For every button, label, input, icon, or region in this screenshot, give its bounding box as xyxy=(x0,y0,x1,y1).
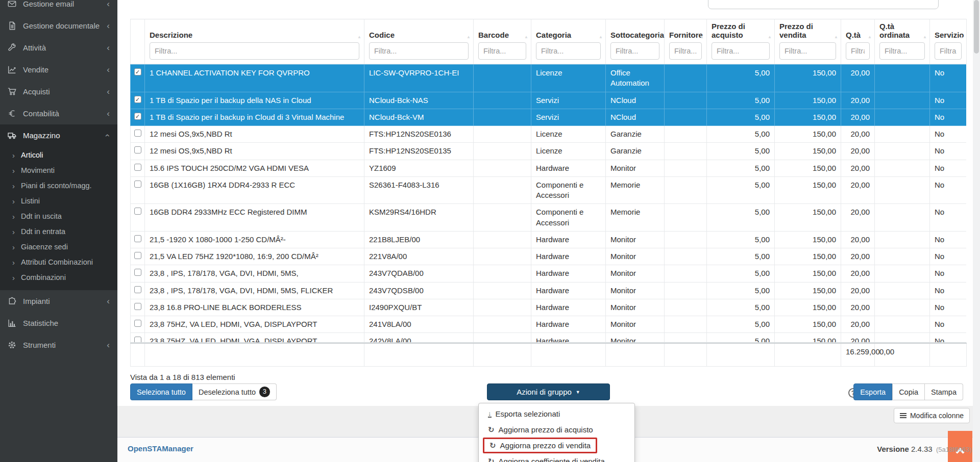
sidebar-item-attivita[interactable]: Attività‹ xyxy=(0,37,117,59)
sidebar-item-magazzino[interactable]: Magazzino‹ xyxy=(0,124,117,146)
column-header-q-t[interactable]: Q.tà▲ xyxy=(841,19,875,64)
filter-input-fornitore[interactable] xyxy=(669,42,702,60)
row-checkbox[interactable]: ✓ xyxy=(134,113,141,120)
table-row[interactable]: 21,5 VA LED 75HZ 1920*1080, 16:9, 200 CD… xyxy=(131,248,967,265)
sidebar-subitem-articoli[interactable]: ›Articoli xyxy=(0,147,117,163)
column-header-fornitore[interactable]: Fornitore▲ xyxy=(665,19,707,64)
copy-button[interactable]: Copia xyxy=(892,383,925,400)
row-checkbox[interactable]: ✓ xyxy=(134,68,141,75)
sidebar-subitem-giacenze-sedi[interactable]: ›Giacenze sedi xyxy=(0,239,117,254)
sidebar-item-impianti[interactable]: Impianti‹ xyxy=(0,290,117,312)
cell-descrizione: 23,8 , IPS, 178/178, VGA, DVI, HDMI, 5MS… xyxy=(145,265,364,282)
filter-input-servizio[interactable] xyxy=(935,42,962,60)
sort-icon: ▲ xyxy=(960,35,964,39)
cell-categoria: Licenze xyxy=(531,143,606,160)
table-row[interactable]: 12 mesi OS,9x5,NBD RtFTS:HP12NS20SE0135L… xyxy=(131,143,967,160)
filter-input-q-t-ordinata[interactable] xyxy=(879,42,925,60)
sidebar-item-strumenti[interactable]: Strumenti‹ xyxy=(0,334,117,356)
euro-icon xyxy=(8,109,16,118)
row-checkbox[interactable] xyxy=(134,252,141,259)
column-header-sottocategoria[interactable]: Sottocategoria▲ xyxy=(606,19,665,64)
sidebar-item-contabilita[interactable]: Contabilità‹ xyxy=(0,102,117,124)
cell-barcode xyxy=(474,333,531,343)
column-header-prezzo-di-vendita[interactable]: Prezzo di vendita▲ xyxy=(775,19,841,64)
select-all-header-cell[interactable] xyxy=(131,19,145,64)
sidebar-item-label: Contabilità xyxy=(23,109,59,118)
menu-item-aggiorna-prezzo-di-acquisto[interactable]: ↻Aggiorna prezzo di acquisto xyxy=(479,422,634,438)
column-header-barcode[interactable]: Barcode▲ xyxy=(474,19,531,64)
refresh-icon: ↻ xyxy=(488,426,495,433)
cell-servizio: No xyxy=(930,143,967,160)
sidebar-subitem-attributi-combinazioni[interactable]: ›Attributi Combinazioni xyxy=(0,254,117,270)
sidebar-subitem-combinazioni[interactable]: ›Combinazioni xyxy=(0,270,117,285)
table-row[interactable]: 15.6 IPS TOUCH 250CD/M2 VGA HDMI VESAYZ1… xyxy=(131,160,967,176)
sidebar-item-vendite[interactable]: Vendite‹ xyxy=(0,59,117,81)
column-header-descrizione[interactable]: Descrizione▲ xyxy=(145,19,364,64)
row-checkbox[interactable] xyxy=(134,337,141,343)
menu-item-aggiorna-coefficiente-di-vendita[interactable]: ↻Aggiorna coefficiente di vendita xyxy=(479,453,634,462)
table-row[interactable]: 23,8 , IPS, 178/178, VGA, DVI, HDMI, 5MS… xyxy=(131,265,967,282)
filter-input-descrizione[interactable] xyxy=(150,42,359,60)
sidebar-item-statistiche[interactable]: Statistiche xyxy=(0,312,117,334)
table-row[interactable]: 16GB (1X16GB) 1RX4 DDR4-2933 R ECCS26361… xyxy=(131,176,967,204)
table-row[interactable]: 23,8 , IPS, 178/178, VGA, DVI, HDMI, 5MS… xyxy=(131,282,967,299)
filter-input-prezzo-di-vendita[interactable] xyxy=(779,42,836,60)
cell-descrizione: 12 mesi OS,9x5,NBD Rt xyxy=(145,143,364,160)
sidebar-item-gestione-documentale[interactable]: Gestione documentale‹ xyxy=(0,15,117,37)
table-body: ✓1 CHANNEL ACTIVATION KEY FOR QVRPROLIC-… xyxy=(131,65,967,343)
sidebar-subitem-ddt-in-uscita[interactable]: ›Ddt in uscita xyxy=(0,209,117,224)
filter-input-codice[interactable] xyxy=(369,42,469,60)
filter-input-barcode[interactable] xyxy=(478,42,526,60)
top-search-input[interactable] xyxy=(708,0,939,9)
column-header-servizio[interactable]: Servizio▲ xyxy=(930,19,967,64)
table-row[interactable]: 21,5 -1920 X 1080-1000 1-250 CD/MÂ²-221B… xyxy=(131,231,967,248)
export-button[interactable]: Esporta xyxy=(853,383,892,400)
row-checkbox[interactable] xyxy=(134,130,141,137)
table-row[interactable]: ✓1 CHANNEL ACTIVATION KEY FOR QVRPROLIC-… xyxy=(131,65,967,92)
select-all-button[interactable]: Seleziona tutto xyxy=(130,383,192,400)
row-checkbox[interactable] xyxy=(134,320,141,327)
table-row[interactable]: 12 mesi OS,9x5,NBD RtFTS:HP12NS20SE0136L… xyxy=(131,126,967,143)
print-button[interactable]: Stampa xyxy=(925,383,963,400)
table-row[interactable]: 23,8 75HZ, VA LED, HDMI, VGA, DISPLAYPOR… xyxy=(131,316,967,333)
scrollbar-thumb[interactable] xyxy=(974,0,979,54)
column-header-q-t-ordinata[interactable]: Q.tà ordinata▲ xyxy=(875,19,930,64)
column-header-categoria[interactable]: Categoria▲ xyxy=(531,19,606,64)
row-checkbox[interactable] xyxy=(134,303,141,310)
row-checkbox[interactable] xyxy=(134,286,141,293)
brand-link[interactable]: OpenSTAManager xyxy=(128,444,193,453)
filter-input-q-t[interactable] xyxy=(846,42,870,60)
sidebar-subitem-piani-di-sconto-magg[interactable]: ›Piani di sconto/magg. xyxy=(0,178,117,193)
row-checkbox[interactable] xyxy=(134,269,141,276)
row-checkbox[interactable] xyxy=(134,181,141,188)
sidebar-item-gestione-email[interactable]: Gestione email‹ xyxy=(0,0,117,15)
row-checkbox[interactable] xyxy=(134,146,141,153)
filter-input-categoria[interactable] xyxy=(536,42,601,60)
filter-input-sottocategoria[interactable] xyxy=(610,42,659,60)
sidebar-subitem-ddt-in-entrata[interactable]: ›Ddt in entrata xyxy=(0,224,117,239)
group-actions-button[interactable]: Azioni di gruppo ▼ xyxy=(487,383,610,400)
sidebar-item-acquisti[interactable]: Acquisti‹ xyxy=(0,81,117,102)
sidebar-subitem-movimenti[interactable]: ›Movimenti xyxy=(0,163,117,178)
row-checkbox[interactable] xyxy=(134,235,141,242)
deselect-all-button[interactable]: Deseleziona tutto 3 xyxy=(192,383,277,400)
table-scroll-region[interactable]: ✓1 CHANNEL ACTIVATION KEY FOR QVRPROLIC-… xyxy=(130,64,966,343)
table-row[interactable]: 23,8 75HZ, VA LED, HDMI, VGA, DISPLAYPOR… xyxy=(131,333,967,343)
table-row[interactable]: 16GB DDR4 2933MHz ECC Registered DIMMKSM… xyxy=(131,204,967,232)
chevron-left-icon: ‹ xyxy=(107,43,110,52)
menu-item-aggiorna-prezzo-di-vendita[interactable]: ↻Aggiorna prezzo di vendita xyxy=(479,438,634,453)
row-checkbox[interactable] xyxy=(134,208,141,215)
column-header-codice[interactable]: Codice▲ xyxy=(364,19,474,64)
column-header-prezzo-di-acquisto[interactable]: Prezzo di acquisto▲ xyxy=(707,19,775,64)
row-checkbox[interactable]: ✓ xyxy=(134,96,141,103)
chevron-right-icon: › xyxy=(12,182,15,190)
cell-qta_ordinata xyxy=(875,92,930,109)
table-row[interactable]: 23,8 16.8 PRO-LINE BLACK BORDERLESSI2490… xyxy=(131,299,967,316)
modify-columns-button[interactable]: Modifica colonne xyxy=(894,408,970,423)
table-row[interactable]: ✓1 TB di Spazio per il backup della NAS … xyxy=(131,92,967,109)
table-row[interactable]: ✓1 TB di Spazio per il backup in Cloud d… xyxy=(131,109,967,125)
sidebar-subitem-listini[interactable]: ›Listini xyxy=(0,193,117,209)
menu-item-esporta-selezionati[interactable]: ↓Esporta selezionati xyxy=(479,406,634,422)
filter-input-prezzo-di-acquisto[interactable] xyxy=(712,42,770,60)
row-checkbox[interactable] xyxy=(134,164,141,171)
